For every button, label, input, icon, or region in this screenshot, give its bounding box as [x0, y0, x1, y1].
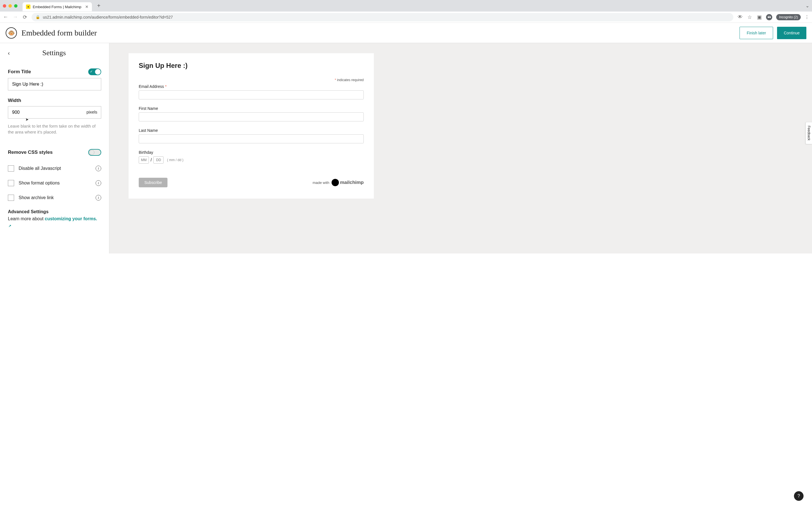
- form-title-toggle[interactable]: ✓: [88, 68, 101, 75]
- archive-link-label: Show archive link: [18, 195, 91, 200]
- width-label: Width: [8, 98, 101, 103]
- maximize-window-icon[interactable]: [14, 4, 17, 8]
- form-card: Sign Up Here :) * indicates required Ema…: [129, 53, 374, 199]
- browser-toolbar: ← → ⟳ 🔒 us21.admin.mailchimp.com/audienc…: [0, 11, 812, 23]
- last-name-input[interactable]: [139, 134, 364, 144]
- forward-icon: →: [12, 14, 18, 20]
- close-tab-icon[interactable]: ✕: [85, 4, 89, 9]
- info-icon[interactable]: i: [96, 166, 101, 171]
- slash-separator: /: [151, 158, 152, 163]
- reload-icon[interactable]: ⟳: [22, 14, 28, 20]
- eye-off-icon[interactable]: 👁: [737, 14, 743, 20]
- asterisk-icon: *: [165, 84, 166, 89]
- url-text: us21.admin.mailchimp.com/audience/forms/…: [43, 15, 173, 19]
- mailchimp-badge-icon: [332, 179, 339, 186]
- favicon-icon: ✦: [26, 4, 31, 9]
- kebab-menu-icon[interactable]: ⋮: [805, 14, 809, 20]
- advanced-settings-text: Learn more about customizing your forms.…: [8, 216, 101, 229]
- subscribe-button[interactable]: Subscribe: [139, 178, 167, 187]
- back-icon[interactable]: ←: [3, 14, 8, 20]
- disable-js-label: Disable all Javascript: [18, 166, 91, 171]
- email-label: Email Address *: [139, 84, 364, 89]
- close-window-icon[interactable]: [3, 4, 6, 8]
- panel-icon[interactable]: ▣: [756, 14, 762, 20]
- sidebar-title: Settings: [15, 49, 93, 57]
- page-title: Embedded form builder: [21, 29, 97, 38]
- mailchimp-logo-icon[interactable]: 🐵: [6, 27, 17, 39]
- browser-tab[interactable]: ✦ Embedded Forms | Mailchimp ✕: [22, 2, 92, 11]
- finish-later-button[interactable]: Finish later: [740, 27, 773, 39]
- check-icon: ✓: [90, 69, 93, 73]
- format-options-label: Show format options: [18, 180, 91, 186]
- last-name-label: Last Name: [139, 128, 364, 133]
- archive-link-checkbox[interactable]: [8, 194, 14, 201]
- minimize-window-icon[interactable]: [8, 4, 12, 8]
- first-name-input[interactable]: [139, 112, 364, 121]
- info-icon[interactable]: i: [96, 180, 101, 186]
- star-icon[interactable]: ☆: [747, 14, 753, 20]
- form-title-label: Form Title: [8, 69, 31, 75]
- external-link-icon: ↗: [8, 224, 11, 228]
- width-suffix-label: pixels: [87, 110, 97, 114]
- address-bar[interactable]: 🔒 us21.admin.mailchimp.com/audience/form…: [32, 13, 733, 21]
- birthday-month-input[interactable]: [139, 156, 149, 164]
- form-preview-canvas: Sign Up Here :) * indicates required Ema…: [109, 43, 812, 253]
- remove-css-label: Remove CSS styles: [8, 150, 53, 155]
- form-heading: Sign Up Here :): [139, 62, 364, 69]
- made-with-badge[interactable]: made with mailchimp: [313, 179, 364, 186]
- email-input[interactable]: [139, 91, 364, 100]
- browser-tab-bar: ✦ Embedded Forms | Mailchimp ✕ + ⌄: [0, 0, 812, 11]
- feedback-tab[interactable]: Feedback: [806, 122, 812, 144]
- info-icon[interactable]: i: [96, 195, 101, 201]
- new-tab-icon[interactable]: +: [97, 3, 100, 9]
- birthday-hint: ( mm / dd ): [167, 158, 183, 162]
- app-header: 🐵 Embedded form builder Finish later Con…: [0, 23, 812, 43]
- settings-sidebar: ‹ Settings Form Title ✓ Width pixels Lea…: [0, 43, 109, 253]
- toggle-knob: [89, 150, 94, 155]
- tab-dropdown-icon[interactable]: ⌄: [806, 3, 809, 8]
- form-title-input[interactable]: [8, 78, 101, 91]
- birthday-label: Birthday: [139, 150, 364, 155]
- disable-js-checkbox[interactable]: [8, 165, 14, 172]
- first-name-label: First Name: [139, 106, 364, 111]
- lock-icon: 🔒: [36, 15, 40, 19]
- incognito-badge[interactable]: Incognito (2): [776, 14, 801, 20]
- tab-title: Embedded Forms | Mailchimp: [33, 5, 81, 9]
- advanced-settings-header: Advanced Settings: [8, 209, 101, 214]
- asterisk-icon: *: [335, 78, 336, 82]
- required-note: * indicates required: [139, 78, 364, 82]
- toggle-knob: [95, 69, 101, 75]
- format-options-checkbox[interactable]: [8, 180, 14, 186]
- incognito-avatar-icon[interactable]: 🕶: [766, 14, 772, 20]
- remove-css-toggle[interactable]: [88, 149, 101, 156]
- continue-button[interactable]: Continue: [777, 27, 806, 39]
- birthday-day-input[interactable]: [153, 156, 163, 164]
- back-chevron-icon[interactable]: ‹: [8, 50, 10, 56]
- window-controls: [3, 4, 17, 8]
